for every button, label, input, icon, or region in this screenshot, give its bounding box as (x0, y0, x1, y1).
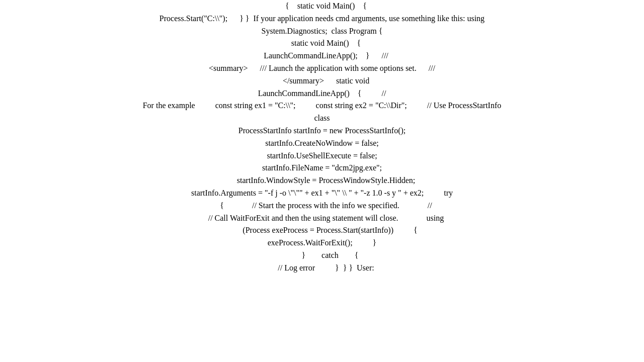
code-display: { static void Main() { Process.Start("C:… (136, 0, 508, 275)
main-content: { static void Main() { Process.Start("C:… (126, 0, 518, 275)
